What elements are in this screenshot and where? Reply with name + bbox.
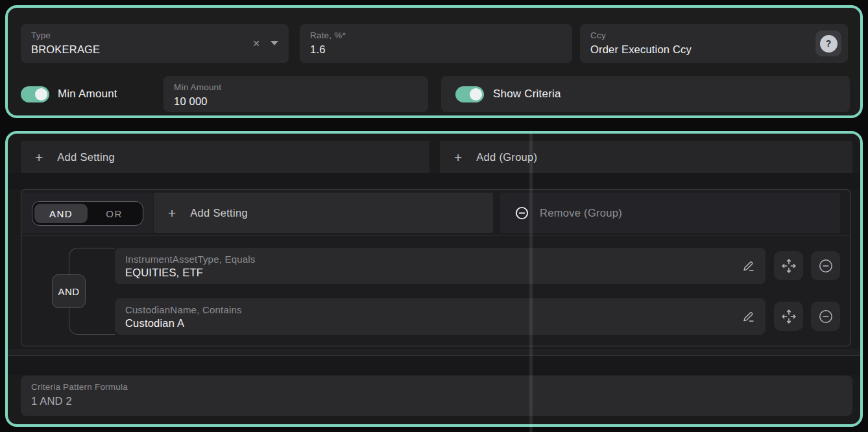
criteria-row[interactable]: InstrumentAssetType, Equals EQUITIES, ET… (115, 248, 766, 284)
formula-label: Criteria Pattern Formula (31, 381, 842, 393)
criteria-row-label: InstrumentAssetType, Equals (125, 253, 755, 266)
clear-icon[interactable]: ✕ (252, 39, 260, 48)
minus-circle-icon (514, 206, 529, 221)
plus-icon: + (168, 206, 176, 220)
min-amount-field-label: Min Amount (174, 82, 418, 93)
and-option[interactable]: AND (34, 204, 88, 223)
add-group-button[interactable]: + Add (Group) (440, 141, 852, 173)
connector-and-badge[interactable]: AND (52, 274, 86, 308)
panel-divider (8, 173, 860, 189)
type-label: Type (31, 30, 278, 42)
plus-icon: + (35, 150, 43, 164)
show-criteria-box: Show Criteria (441, 76, 850, 112)
or-option[interactable]: OR (88, 204, 141, 223)
panel-divider (8, 349, 860, 355)
move-arrows-icon (780, 308, 797, 325)
plus-icon: + (454, 150, 462, 164)
show-criteria-toggle[interactable] (455, 86, 484, 102)
criteria-row-value: EQUITIES, ETF (125, 266, 755, 280)
minus-circle-icon (817, 308, 834, 325)
type-value: BROKERAGE (31, 42, 278, 56)
remove-row-button[interactable] (811, 251, 840, 280)
edit-pencil-icon[interactable] (741, 258, 756, 274)
add-setting-button[interactable]: + Add Setting (21, 141, 429, 173)
move-arrows-icon (780, 258, 797, 274)
ccy-select[interactable]: Ccy Order Execution Ccy ? (580, 24, 848, 63)
toggle-knob (470, 88, 482, 101)
remove-group-label: Remove (Group) (540, 207, 622, 219)
minus-circle-icon (817, 258, 834, 274)
min-amount-field-value: 10 000 (174, 94, 418, 108)
criteria-pattern-formula-input[interactable]: Criteria Pattern Formula 1 AND 2 (21, 376, 852, 416)
criteria-builder-panel: + Add Setting + Add (Group) AND OR + Add… (5, 131, 863, 427)
edit-pencil-icon[interactable] (741, 309, 756, 324)
min-amount-toggle[interactable] (21, 86, 49, 102)
group-add-setting-label: Add Setting (190, 207, 248, 219)
chevron-down-icon[interactable] (271, 41, 278, 46)
criteria-group: AND OR + Add Setting Remove (Group) (21, 189, 850, 346)
and-or-toggle[interactable]: AND OR (32, 201, 143, 226)
criteria-group-header: AND OR + Add Setting Remove (Group) (21, 190, 850, 235)
fee-settings-panel: Type BROKERAGE ✕ Rate, %* 1.6 Ccy Order … (5, 5, 863, 118)
add-setting-label: Add Setting (57, 151, 115, 163)
min-amount-toggle-label: Min Amount (58, 88, 117, 101)
operator-toggle-block: AND OR (22, 193, 153, 233)
rate-input[interactable]: Rate, %* 1.6 (300, 24, 572, 63)
remove-group-button[interactable]: Remove (Group) (500, 193, 840, 233)
rate-label: Rate, %* (310, 30, 562, 42)
move-row-button[interactable] (774, 302, 803, 331)
panel-divider (8, 356, 860, 375)
min-amount-toggle-row: Min Amount (21, 76, 117, 112)
criteria-row-value: Custodian A (125, 317, 755, 330)
criteria-row-label: CustodianName, Contains (125, 304, 755, 317)
show-criteria-label: Show Criteria (493, 88, 561, 101)
remove-row-button[interactable] (811, 302, 840, 331)
type-select[interactable]: Type BROKERAGE ✕ (21, 24, 289, 63)
criteria-row[interactable]: CustodianName, Contains Custodian A (115, 298, 766, 335)
toggle-knob (35, 88, 47, 101)
move-row-button[interactable] (774, 251, 803, 280)
group-add-setting-button[interactable]: + Add Setting (154, 193, 493, 233)
question-mark-icon: ? (820, 35, 838, 53)
ccy-value: Order Execution Ccy (590, 42, 838, 56)
help-button[interactable]: ? (815, 30, 841, 56)
rate-value: 1.6 (310, 42, 562, 56)
vertical-divider-line (529, 132, 533, 432)
ccy-label: Ccy (590, 30, 838, 42)
min-amount-input[interactable]: Min Amount 10 000 (163, 76, 428, 112)
formula-value: 1 AND 2 (31, 394, 842, 408)
fee-setup-screen: Type BROKERAGE ✕ Rate, %* 1.6 Ccy Order … (0, 0, 868, 432)
add-group-label: Add (Group) (476, 151, 537, 163)
